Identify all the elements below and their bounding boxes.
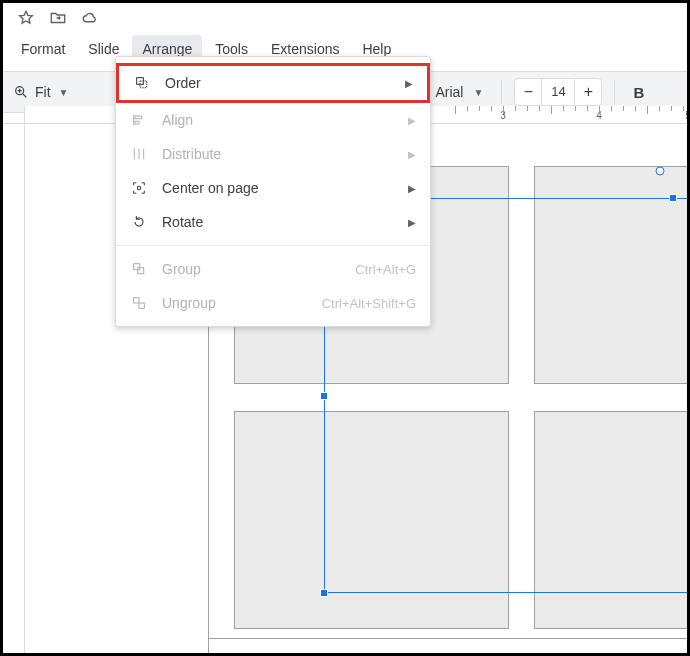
ruler-tick — [515, 106, 516, 111]
distribute-icon — [130, 145, 148, 163]
svg-rect-8 — [135, 121, 139, 124]
submenu-arrow-icon: ▶ — [405, 78, 413, 89]
toolbar-separator — [501, 80, 502, 104]
bold-button[interactable]: B — [627, 84, 650, 101]
ruler-tick — [467, 106, 468, 111]
menu-label: Rotate — [162, 214, 394, 230]
menu-order[interactable]: Order ▶ — [116, 63, 430, 103]
submenu-arrow-icon: ▶ — [408, 115, 416, 126]
font-family-selector[interactable]: Arial ▼ — [429, 84, 489, 100]
menu-label: Order — [165, 75, 391, 91]
shortcut-hint: Ctrl+Alt+Shift+G — [322, 296, 416, 311]
rotate-icon — [130, 213, 148, 231]
align-icon — [130, 111, 148, 129]
ruler-tick-label: 5 — [685, 110, 690, 121]
ruler-tick — [491, 106, 492, 111]
ruler-tick — [659, 106, 660, 111]
svg-point-12 — [137, 186, 140, 189]
rotation-handle[interactable] — [656, 167, 665, 176]
ruler-tick — [611, 106, 612, 111]
menu-rotate[interactable]: Rotate ▶ — [116, 205, 430, 239]
center-icon — [130, 179, 148, 197]
submenu-arrow-icon: ▶ — [408, 183, 416, 194]
font-size-stepper[interactable]: − 14 + — [514, 78, 602, 106]
menu-separator — [116, 245, 430, 246]
caret-down-icon: ▼ — [59, 87, 69, 98]
ruler-tick — [599, 106, 600, 114]
selection-handle[interactable] — [320, 392, 328, 400]
menu-label: Group — [162, 261, 341, 277]
menu-distribute: Distribute ▶ — [116, 137, 430, 171]
menu-label: Ungroup — [162, 295, 308, 311]
zoom-selector[interactable]: Fit ▼ — [13, 84, 68, 100]
svg-rect-7 — [135, 116, 142, 119]
ruler-tick — [455, 106, 456, 114]
ungroup-icon — [130, 294, 148, 312]
ruler-tick — [575, 106, 576, 111]
menu-ungroup: Ungroup Ctrl+Alt+Shift+G — [116, 286, 430, 320]
ruler-tick — [671, 106, 672, 111]
cloud-status-icon[interactable] — [81, 9, 99, 27]
selection-handle[interactable] — [669, 194, 677, 202]
ruler-tick — [623, 106, 624, 111]
vertical-ruler-gutter — [3, 124, 25, 653]
ruler-tick — [683, 106, 684, 111]
order-icon — [133, 74, 151, 92]
ruler-tick — [539, 106, 540, 111]
zoom-icon — [13, 84, 29, 100]
svg-rect-13 — [134, 264, 140, 270]
decrease-font-button[interactable]: − — [515, 79, 541, 105]
submenu-arrow-icon: ▶ — [408, 149, 416, 160]
menu-align: Align ▶ — [116, 103, 430, 137]
svg-rect-16 — [139, 303, 144, 308]
star-icon[interactable] — [17, 9, 35, 27]
svg-rect-15 — [134, 298, 139, 303]
caret-down-icon: ▼ — [473, 87, 483, 98]
menu-label: Distribute — [162, 146, 394, 162]
menu-label: Center on page — [162, 180, 394, 196]
ruler-tick — [587, 106, 588, 111]
ruler-corner — [3, 106, 25, 124]
move-to-folder-icon[interactable] — [49, 9, 67, 27]
ruler-tick — [635, 106, 636, 111]
arrange-dropdown: Order ▶ Align ▶ Distribute ▶ Center on p… — [115, 56, 431, 327]
ruler-tick — [503, 106, 504, 114]
svg-rect-14 — [138, 268, 144, 274]
shortcut-hint: Ctrl+Alt+G — [355, 262, 416, 277]
group-icon — [130, 260, 148, 278]
zoom-label: Fit — [35, 84, 51, 100]
quick-access-icons — [3, 3, 687, 33]
selection-handle[interactable] — [320, 589, 328, 597]
ruler-tick — [563, 106, 564, 111]
ruler-tick — [527, 106, 528, 111]
ruler-tick — [551, 106, 552, 114]
page-boundary — [208, 638, 687, 639]
submenu-arrow-icon: ▶ — [408, 217, 416, 228]
increase-font-button[interactable]: + — [575, 79, 601, 105]
toolbar-separator — [614, 80, 615, 104]
svg-line-1 — [23, 94, 26, 97]
menu-center-on-page[interactable]: Center on page ▶ — [116, 171, 430, 205]
menu-format[interactable]: Format — [11, 35, 75, 63]
font-size-value[interactable]: 14 — [541, 79, 575, 105]
ruler-tick — [647, 106, 648, 114]
menu-group: Group Ctrl+Alt+G — [116, 252, 430, 286]
font-name: Arial — [435, 84, 463, 100]
ruler-tick — [479, 106, 480, 111]
menu-label: Align — [162, 112, 394, 128]
